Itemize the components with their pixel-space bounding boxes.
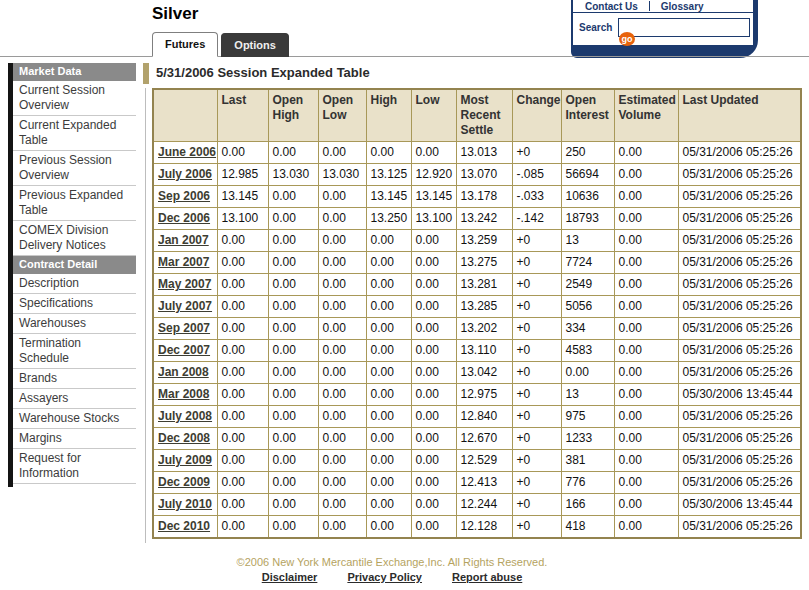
search-input[interactable] (618, 18, 750, 37)
contract-month-link[interactable]: Jan 2008 (158, 365, 209, 379)
contract-month-cell: June 2006 (153, 142, 217, 164)
contract-month-link[interactable]: Jan 2007 (158, 233, 209, 247)
contact-us-link[interactable]: Contact Us (585, 1, 638, 12)
table-row: June 20060.000.000.000.000.0013.013+0250… (153, 142, 801, 164)
contract-month-link[interactable]: July 2009 (158, 453, 212, 467)
cell-open-interest: 250 (561, 142, 614, 164)
contract-month-link[interactable]: July 2008 (158, 409, 212, 423)
contract-month-cell: Jan 2008 (153, 362, 217, 384)
col-header-estimated-volume: Estimated Volume (614, 89, 678, 142)
cell-last-updated: 05/31/2006 05:25:26 (678, 428, 801, 450)
table-row: Dec 200613.1000.000.0013.25013.10013.242… (153, 208, 801, 230)
contract-month-link[interactable]: Dec 2009 (158, 475, 210, 489)
cell-open-high: 0.00 (268, 472, 318, 494)
report-abuse-link[interactable]: Report abuse (452, 571, 522, 583)
col-header-low: Low (411, 89, 456, 142)
cell-most-recent-settle: 13.042 (456, 362, 512, 384)
cell-change: -.085 (512, 164, 561, 186)
privacy-policy-link[interactable]: Privacy Policy (347, 571, 422, 583)
cell-last-updated: 05/31/2006 05:25:26 (678, 274, 801, 296)
sidebar-item-specifications[interactable]: Specifications (13, 294, 136, 314)
cell-high: 0.00 (366, 274, 411, 296)
cell-open-high: 0.00 (268, 516, 318, 539)
sidebar-item-previous-expanded-table[interactable]: Previous Expanded Table (13, 186, 136, 221)
cell-high: 0.00 (366, 252, 411, 274)
contract-month-cell: July 2009 (153, 450, 217, 472)
cell-most-recent-settle: 12.670 (456, 428, 512, 450)
cell-estimated-volume: 0.00 (614, 428, 678, 450)
cell-change: +0 (512, 318, 561, 340)
contract-month-link[interactable]: July 2006 (158, 167, 212, 181)
cell-most-recent-settle: 13.285 (456, 296, 512, 318)
cell-last: 0.00 (217, 384, 268, 406)
col-header-open-low: Open Low (318, 89, 366, 142)
cell-low: 0.00 (411, 450, 456, 472)
contract-month-link[interactable]: Dec 2010 (158, 519, 210, 533)
cell-open-high: 0.00 (268, 252, 318, 274)
cell-last-updated: 05/31/2006 05:25:26 (678, 450, 801, 472)
cell-open-interest: 10636 (561, 186, 614, 208)
glossary-link[interactable]: Glossary (661, 1, 704, 12)
sidebar-item-request-for-information[interactable]: Request for Information (13, 449, 136, 484)
cell-high: 0.00 (366, 494, 411, 516)
tab-options[interactable]: Options (221, 33, 289, 57)
cell-open-interest: 418 (561, 516, 614, 539)
cell-last-updated: 05/31/2006 05:25:26 (678, 318, 801, 340)
col-header-most-recent-settle: Most Recent Settle (456, 89, 512, 142)
contract-month-link[interactable]: Sep 2006 (158, 189, 210, 203)
sidebar-item-current-session-overview[interactable]: Current Session Overview (13, 81, 136, 116)
contract-month-cell: July 2008 (153, 406, 217, 428)
tab-futures[interactable]: Futures (152, 32, 218, 57)
sidebar-item-termination-schedule[interactable]: Termination Schedule (13, 334, 136, 369)
cell-low: 0.00 (411, 516, 456, 539)
cell-open-high: 0.00 (268, 318, 318, 340)
cell-estimated-volume: 0.00 (614, 362, 678, 384)
contract-month-link[interactable]: May 2007 (158, 277, 211, 291)
cell-open-low: 0.00 (318, 428, 366, 450)
heading-accent-bar (143, 63, 149, 84)
sidebar-item-assayers[interactable]: Assayers (13, 389, 136, 409)
cell-open-low: 13.030 (318, 164, 366, 186)
contract-month-link[interactable]: Dec 2006 (158, 211, 210, 225)
cell-estimated-volume: 0.00 (614, 450, 678, 472)
cell-most-recent-settle: 13.242 (456, 208, 512, 230)
cell-open-low: 0.00 (318, 318, 366, 340)
sidebar-item-warehouses[interactable]: Warehouses (13, 314, 136, 334)
cell-open-low: 0.00 (318, 450, 366, 472)
contract-month-link[interactable]: July 2010 (158, 497, 212, 511)
contract-month-link[interactable]: Sep 2007 (158, 321, 210, 335)
sidebar-item-margins[interactable]: Margins (13, 429, 136, 449)
contract-month-link[interactable]: Mar 2008 (158, 387, 209, 401)
cell-most-recent-settle: 12.529 (456, 450, 512, 472)
sidebar-item-current-expanded-table[interactable]: Current Expanded Table (13, 116, 136, 151)
search-row: Search (573, 13, 753, 37)
contract-month-link[interactable]: Dec 2007 (158, 343, 210, 357)
cell-open-high: 0.00 (268, 208, 318, 230)
col-header-open-interest: Open Interest (561, 89, 614, 142)
cell-most-recent-settle: 13.013 (456, 142, 512, 164)
contract-month-link[interactable]: Mar 2007 (158, 255, 209, 269)
sidebar-item-warehouse-stocks[interactable]: Warehouse Stocks (13, 409, 136, 429)
sidebar-item-comex-division-delivery-notices[interactable]: COMEX Division Delivery Notices (13, 221, 136, 256)
cell-last: 0.00 (217, 318, 268, 340)
cell-last-updated: 05/31/2006 05:25:26 (678, 340, 801, 362)
disclaimer-link[interactable]: Disclaimer (262, 571, 318, 583)
sidebar-item-brands[interactable]: Brands (13, 369, 136, 389)
cell-last: 0.00 (217, 296, 268, 318)
cell-last: 0.00 (217, 406, 268, 428)
cell-high: 0.00 (366, 142, 411, 164)
cell-open-high: 0.00 (268, 142, 318, 164)
cell-low: 0.00 (411, 494, 456, 516)
contract-month-cell: Mar 2007 (153, 252, 217, 274)
table-row: Dec 20100.000.000.000.000.0012.128+04180… (153, 516, 801, 539)
search-go-button[interactable]: go (619, 32, 635, 46)
cell-change: -.142 (512, 208, 561, 230)
sidebar-item-description[interactable]: Description (13, 274, 136, 294)
contract-month-link[interactable]: Dec 2008 (158, 431, 210, 445)
contract-month-link[interactable]: July 2007 (158, 299, 212, 313)
sidebar-item-previous-session-overview[interactable]: Previous Session Overview (13, 151, 136, 186)
cell-low: 13.100 (411, 208, 456, 230)
cell-open-interest: 18793 (561, 208, 614, 230)
contract-month-link[interactable]: June 2006 (158, 145, 216, 159)
cell-high: 0.00 (366, 450, 411, 472)
